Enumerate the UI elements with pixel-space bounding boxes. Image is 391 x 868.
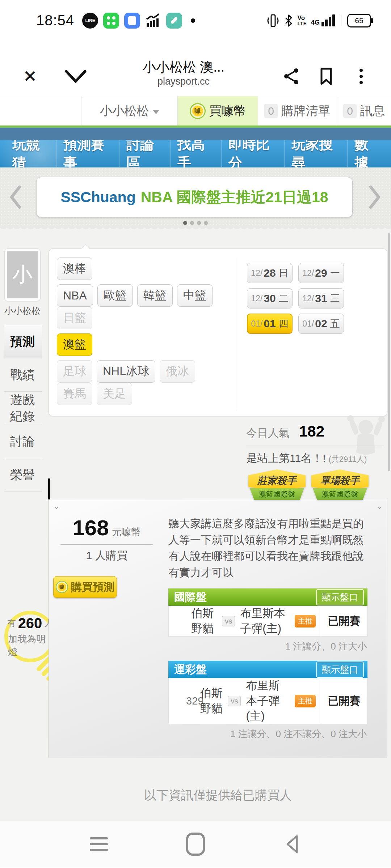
- cart-menu[interactable]: 0 購牌清單: [258, 96, 337, 125]
- sidebar-item-discussion[interactable]: 討論: [4, 425, 42, 458]
- nav-item-experts[interactable]: 找高手: [170, 140, 221, 167]
- date-tabs: 12/28日 12/29一 12/30二 12/31三 01/01四 01/02…: [235, 258, 381, 409]
- carousel-prev-icon[interactable]: [8, 183, 22, 211]
- board-stats: 1 注讓分、0 注不讓分、0 注大小: [168, 724, 367, 740]
- scrollbar[interactable]: [388, 233, 390, 471]
- nav-item-player-search[interactable]: 玩家搜尋: [284, 140, 347, 167]
- bluetooth-icon: [284, 13, 293, 28]
- sport-tabs: 澳棒 NBA 歐籃 韓籃 中籃 日籃 澳籃 足球 NHL冰球 俄冰 賽馬: [57, 258, 235, 409]
- popularity-label: 今日人氣: [246, 426, 290, 441]
- sport-tab-nfl[interactable]: 美足: [97, 383, 132, 405]
- match-status: 已開賽: [321, 678, 367, 724]
- award-badges: 莊家殺手 澳籃國際盤 單場殺手 澳籃國際盤: [49, 469, 387, 500]
- board-title: 國際盤: [174, 590, 207, 605]
- international-board: 國際盤 顯示盤口 伯斯野貓 vs 布里斯本子彈(主) 主推 已開賽 1: [168, 588, 367, 653]
- dropdown-caret-icon: [153, 110, 159, 114]
- sport-tab-soccer[interactable]: 足球: [57, 360, 92, 383]
- sport-tab-jbl[interactable]: 日籃: [57, 307, 92, 329]
- sports-lottery-board: 運彩盤 顯示盤口 329 伯斯野貓 vs 布里斯本子彈(主) 主推 已開賽: [168, 661, 367, 740]
- sport-tab-kbl[interactable]: 韓籃: [137, 284, 173, 307]
- buy-coins-button[interactable]: 噱 買噱幣: [177, 96, 258, 125]
- page-title: 小小松松 澳...: [88, 59, 279, 76]
- date-tab-1230[interactable]: 12/30二: [247, 288, 293, 309]
- sport-tab-nba[interactable]: NBA: [57, 284, 93, 307]
- board-title: 運彩盤: [174, 662, 207, 677]
- buy-prediction-button[interactable]: 噱 購買預測: [53, 576, 117, 598]
- nav-item-play[interactable]: 玩競猜: [5, 140, 56, 167]
- date-tab-1228[interactable]: 12/28日: [247, 263, 293, 283]
- badge-single-game-killer: 單場殺手 澳籃國際盤: [311, 469, 369, 500]
- date-tab-1231[interactable]: 12/31三: [298, 288, 344, 309]
- share-icon[interactable]: [279, 65, 304, 88]
- coin-icon: 噱: [56, 581, 68, 593]
- bookmark-icon[interactable]: [314, 65, 339, 88]
- line-app-icon: LINE: [82, 13, 98, 29]
- avatar: 小: [4, 248, 41, 301]
- sidebar-item-game-history[interactable]: 遊戲紀錄: [4, 392, 42, 425]
- sidebar-item-predictions[interactable]: 預測: [4, 325, 42, 358]
- show-odds-button[interactable]: 顯示盤口: [316, 589, 364, 605]
- date-tab-1229[interactable]: 12/29一: [298, 263, 344, 283]
- recents-button[interactable]: [90, 834, 108, 855]
- buy-prediction-label: 購買預測: [71, 580, 114, 595]
- cart-label: 購牌清單: [281, 103, 331, 119]
- buy-coins-label: 買噱幣: [209, 103, 246, 119]
- messages-menu[interactable]: 0 訊息: [337, 96, 391, 125]
- home-team: 布里斯本子彈(主): [246, 678, 290, 724]
- status-bar: 18:54 LINE VoLTE 4G 65: [0, 0, 391, 34]
- sport-tab-aus-baseball[interactable]: 澳棒: [57, 258, 92, 280]
- nav-item-data[interactable]: 數據: [347, 140, 386, 167]
- nav-top-band: [0, 128, 391, 140]
- main-pick-badge: 主推: [295, 695, 316, 707]
- back-button[interactable]: [283, 833, 301, 855]
- close-icon[interactable]: ✕: [17, 65, 43, 88]
- offer-buyers: 1 人購買: [52, 548, 161, 563]
- home-button[interactable]: [186, 833, 205, 856]
- stocks-chart-icon: [145, 13, 161, 29]
- beacon-count: 260: [18, 615, 42, 631]
- sport-tab-nbl-selected[interactable]: 澳籃: [57, 333, 92, 356]
- cellular-signal-icon: 4G: [311, 14, 335, 26]
- phone-app-icon: [166, 13, 182, 29]
- battery-icon: 65: [347, 14, 371, 27]
- cart-count-badge: 0: [264, 104, 278, 118]
- offer-card: ⌄ ⌄ 168 元噱幣 1 人購買 噱 購買預測 聽大家講這麼多廢話沒有用啦重點…: [49, 500, 387, 758]
- offer-price-column: 168 元噱幣 1 人購買 噱 購買預測: [52, 515, 161, 740]
- vibrate-icon: [266, 13, 279, 28]
- popularity-rank: 是站上第11名！!: [246, 451, 325, 466]
- match-row[interactable]: 329 伯斯野貓 vs 布里斯本子彈(主) 主推 已開賽: [168, 678, 367, 724]
- page-url: playsport.cc: [88, 76, 279, 88]
- android-nav-bar: [0, 821, 391, 867]
- date-tab-0102[interactable]: 01/02五: [298, 314, 344, 334]
- show-odds-button[interactable]: 顯示盤口: [316, 661, 364, 678]
- offer-detail-column: 聽大家講這麼多廢話沒有用啦重點是買的人等一下就可以領新台幣才是重點啊既然有人說在…: [161, 515, 383, 740]
- sidebar-item-honors[interactable]: 榮譽: [4, 458, 42, 492]
- carousel-next-icon[interactable]: [368, 183, 382, 211]
- banner-link[interactable]: SSChuang NBA 國際盤主推近21日過18: [36, 177, 353, 217]
- match-row[interactable]: 伯斯野貓 vs 布里斯本子彈(主) 主推 已開賽: [168, 606, 367, 637]
- nav-item-livescore[interactable]: 即時比分: [221, 140, 284, 167]
- banner-carousel: SSChuang NBA 國際盤主推近21日過18: [0, 167, 391, 227]
- page-title-block: 小小松松 澳... playsport.cc: [88, 59, 279, 88]
- main-pick-badge: 主推: [295, 615, 316, 627]
- beacon-caption: 加我為明燈: [8, 633, 52, 658]
- nav-item-predictions[interactable]: 預測賽事: [56, 140, 119, 167]
- volte-icon: VoLTE: [298, 15, 307, 26]
- notification-dot-icon: [191, 18, 195, 23]
- nav-item-forum[interactable]: 討論區: [119, 140, 170, 167]
- messages-label: 訊息: [360, 103, 385, 119]
- sport-tab-khl[interactable]: 俄冰: [160, 360, 195, 383]
- sport-tab-horse-racing[interactable]: 賽馬: [57, 383, 92, 405]
- chevron-down-icon[interactable]: [63, 65, 88, 88]
- sport-tab-euro-basketball[interactable]: 歐籃: [97, 284, 133, 307]
- menu-kebab-icon[interactable]: [348, 65, 374, 88]
- sport-tab-nhl[interactable]: NHL冰球: [97, 360, 155, 383]
- date-tab-0101-selected[interactable]: 01/01四: [247, 314, 293, 334]
- home-team: 布里斯本子彈(主): [240, 606, 290, 636]
- account-menu[interactable]: 小小松松: [81, 96, 177, 125]
- page-body: 小 小小松松 預測 戰績 遊戲紀錄 討論 榮譽 有 260 人 加我為明燈: [0, 233, 391, 821]
- sidebar-item-record[interactable]: 戰績: [4, 358, 42, 392]
- sport-tab-cba[interactable]: 中籃: [177, 284, 213, 307]
- vs-chip: vs: [228, 696, 241, 706]
- carousel-dots[interactable]: [0, 221, 391, 225]
